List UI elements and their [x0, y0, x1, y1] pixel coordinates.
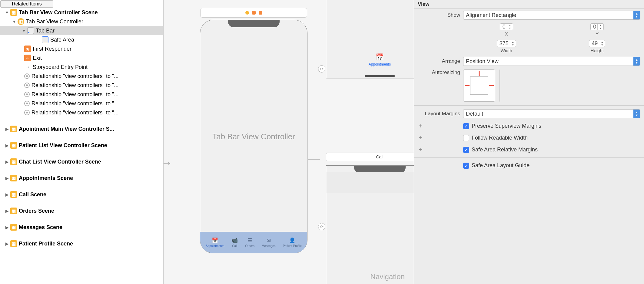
outline-row[interactable]: Tab Bar: [0, 26, 163, 35]
tab-bar[interactable]: 📅Appointments📹Call☰Orders✉Messages👤Patie…: [200, 232, 307, 253]
add-variation-button[interactable]: +: [418, 123, 460, 130]
outline-item-label: Patient List View Controller Scene: [19, 142, 107, 149]
select-arrows-icon: [633, 57, 640, 66]
autoresizing-control[interactable]: [463, 69, 495, 102]
y-field[interactable]: 0▲▼: [590, 23, 604, 30]
exit-icon: [259, 11, 262, 15]
outline-row[interactable]: →Storyboard Entry Point: [0, 63, 163, 72]
tab-bar-item[interactable]: ✉Messages: [262, 237, 276, 248]
outline-row[interactable]: ◉First Responder: [0, 44, 163, 53]
outline-row[interactable]: Safe Area: [0, 35, 163, 44]
disclosure-triangle-icon[interactable]: [5, 225, 9, 229]
disclosure-triangle-icon[interactable]: [22, 29, 26, 33]
disclosure-triangle-icon[interactable]: [5, 143, 9, 147]
strut-right[interactable]: [489, 85, 494, 86]
appointments-tab-item[interactable]: 📅 Appointments: [326, 53, 414, 66]
add-variation-button[interactable]: +: [418, 134, 460, 141]
related-items-button[interactable]: Related Items: [0, 0, 53, 8]
outline-item-label: Tab Bar View Controller Scene: [19, 9, 98, 16]
phone-notch: [228, 20, 280, 27]
readable-width-label: Follow Readable Width: [472, 135, 528, 141]
tab-icon: ☰: [247, 237, 252, 244]
outline-row[interactable]: ◧Tab Bar View Controller: [0, 17, 163, 26]
disclosure-triangle-icon[interactable]: [5, 242, 9, 246]
outline-tree[interactable]: ▦Tab Bar View Controller Scene◧Tab Bar V…: [0, 8, 163, 284]
outline-row[interactable]: ▦Messages Scene: [0, 223, 163, 232]
outline-row[interactable]: Relationship "view controllers" to "...: [0, 81, 163, 90]
outline-row[interactable]: ▦Patient Profile Scene: [0, 239, 163, 248]
view-controller-icon: ◧: [18, 18, 24, 25]
outline-row[interactable]: ▦Call Scene: [0, 190, 163, 199]
arrange-select[interactable]: Position View: [463, 57, 640, 66]
disclosure-triangle-icon[interactable]: [5, 127, 9, 131]
tab-bar-item[interactable]: 👤Patient Profile: [283, 237, 302, 248]
outline-item-label: Relationship "view controllers" to "...: [32, 82, 118, 89]
safearea-guide-checkbox[interactable]: [463, 163, 469, 169]
outline-row[interactable]: ⇤Exit: [0, 53, 163, 63]
tab-bar-item[interactable]: ☰Orders: [245, 237, 254, 248]
show-select[interactable]: Alignment Rectangle: [463, 11, 640, 20]
add-variation-button[interactable]: +: [418, 146, 460, 153]
outline-row[interactable]: Relationship "view controllers" to "...: [0, 72, 163, 81]
autoresizing-preview: [500, 69, 500, 102]
outline-row[interactable]: Relationship "view controllers" to "...: [0, 90, 163, 99]
appointments-scene-frame[interactable]: 📅 Appointments: [326, 0, 414, 79]
select-arrows-icon: [633, 110, 640, 118]
outline-item-label: Chat List View Controller Scene: [19, 159, 101, 165]
call-scene-header[interactable]: Call: [326, 153, 414, 161]
preserve-margins-checkbox[interactable]: [463, 123, 469, 129]
disclosure-triangle-icon[interactable]: [5, 192, 9, 197]
disclosure-triangle-icon: [19, 56, 23, 60]
outline-row[interactable]: ▦Patient List View Controller Scene: [0, 141, 163, 150]
storyboard-scene-icon: ▦: [10, 240, 17, 247]
stepper-icon[interactable]: ▲▼: [597, 24, 603, 30]
disclosure-triangle-icon: [19, 47, 23, 51]
height-field[interactable]: 49▲▼: [589, 40, 605, 47]
disclosure-triangle-icon[interactable]: [5, 10, 9, 15]
safearea-relative-checkbox[interactable]: [463, 147, 469, 153]
outline-row[interactable]: Relationship "view controllers" to "...: [0, 99, 163, 108]
relationship-segue-icon: [24, 73, 30, 79]
outline-item-label: Exit: [33, 55, 42, 61]
tab-icon: 📅: [212, 237, 218, 244]
tab-bar-vc-frame[interactable]: Tab Bar View Controller 📅Appointments📹Ca…: [200, 20, 307, 253]
stepper-icon[interactable]: ▲▼: [599, 40, 605, 47]
disclosure-triangle-icon: [19, 101, 23, 106]
outline-row[interactable]: Relationship "view controllers" to "...: [0, 108, 163, 117]
width-field[interactable]: 375▲▼: [497, 40, 516, 47]
tab-icon: 👤: [289, 237, 295, 244]
scene-title-bar[interactable]: [200, 8, 307, 18]
disclosure-triangle-icon[interactable]: [5, 160, 9, 164]
outline-row[interactable]: ▦Apointment Main View Controller S...: [0, 124, 163, 134]
disclosure-triangle-icon[interactable]: [5, 209, 9, 213]
x-field[interactable]: 0▲▼: [500, 23, 513, 30]
segue-indicator[interactable]: ⟳: [318, 65, 325, 73]
readable-width-checkbox[interactable]: [463, 135, 469, 141]
storyboard-scene-icon: ▦: [10, 9, 17, 16]
navigation-label: Navigation: [370, 272, 405, 281]
strut-left[interactable]: [465, 85, 470, 86]
stepper-icon[interactable]: ▲▼: [507, 24, 513, 30]
outline-row[interactable]: ▦Appointments Scene: [0, 174, 163, 183]
layout-margins-select[interactable]: Default: [463, 109, 640, 118]
strut-top[interactable]: [479, 71, 480, 76]
tab-bar-item[interactable]: 📹Call: [231, 237, 238, 248]
call-scene-frame[interactable]: [326, 165, 414, 284]
outline-row[interactable]: ▦Tab Bar View Controller Scene: [0, 8, 163, 17]
outline-row[interactable]: ▦Orders Scene: [0, 206, 163, 215]
disclosure-triangle-icon: [19, 92, 23, 96]
outline-row[interactable]: ▦Chat List View Controller Scene: [0, 157, 163, 166]
disclosure-triangle-icon[interactable]: [12, 19, 16, 24]
relationship-segue-icon: [24, 110, 30, 115]
layout-margins-value: Default: [466, 111, 483, 117]
segue-indicator[interactable]: ⟳: [318, 223, 325, 230]
inspector-section-title: View: [414, 0, 644, 9]
stepper-icon[interactable]: ▲▼: [510, 40, 516, 47]
disclosure-triangle-icon[interactable]: [5, 176, 9, 180]
storyboard-scene-icon: ▦: [10, 208, 17, 214]
layout-margins-label: Layout Margins: [418, 111, 460, 117]
storyboard-canvas[interactable]: → Tab Bar View Controller 📅Appointments📹…: [164, 0, 414, 284]
outline-item-label: Apointment Main View Controller S...: [19, 126, 114, 132]
autoresizing-label: Autoresizing: [418, 69, 460, 76]
tab-bar-item[interactable]: 📅Appointments: [206, 237, 224, 248]
